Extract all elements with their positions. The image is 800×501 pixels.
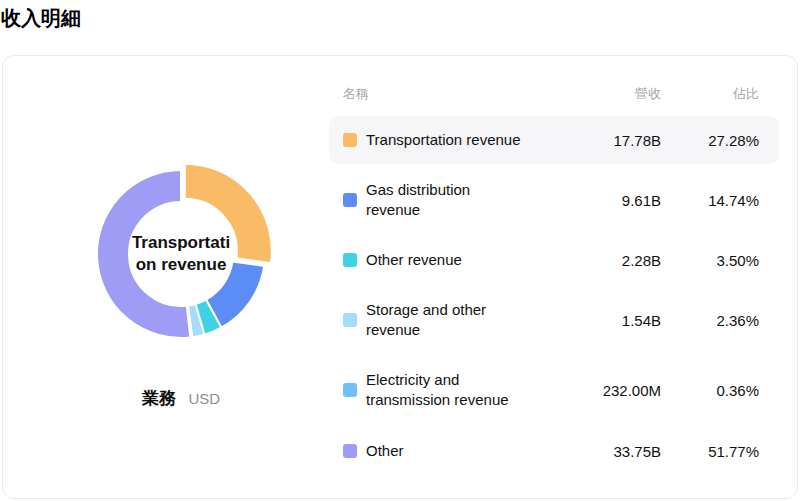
row-label: Gas distribution revenue <box>366 180 528 220</box>
table-header: 名稱 營收 佔比 <box>329 86 779 101</box>
row-share: 2.36% <box>661 312 759 329</box>
row-name: Other <box>343 441 561 461</box>
row-name: Gas distribution revenue <box>343 180 561 220</box>
page-title: 收入明細 <box>1 5 81 32</box>
legend-swatch <box>343 383 357 397</box>
revenue-breakdown-card: Transportation revenue 業務 USD 名稱 營收 佔比 T… <box>2 55 798 499</box>
row-name: Storage and other revenue <box>343 300 561 340</box>
donut-chart-svg[interactable] <box>86 159 276 349</box>
row-revenue: 1.54B <box>561 312 661 329</box>
row-share: 51.77% <box>661 443 759 460</box>
table-row-gas-distribution[interactable]: Gas distribution revenue 9.61B 14.74% <box>329 176 779 224</box>
table-row-storage[interactable]: Storage and other revenue 1.54B 2.36% <box>329 296 779 344</box>
table-row-transportation[interactable]: Transportation revenue 17.78B 27.28% <box>329 116 779 164</box>
chart-footer: 業務 USD <box>86 387 276 410</box>
chart-footer-unit: USD <box>188 390 220 407</box>
legend-swatch <box>343 193 357 207</box>
table-row-other[interactable]: Other 33.75B 51.77% <box>329 427 779 475</box>
row-label: Electricity and transmission revenue <box>366 370 528 410</box>
header-name: 名稱 <box>343 86 561 101</box>
table-row-electricity[interactable]: Electricity and transmission revenue 232… <box>329 366 779 414</box>
row-label: Other revenue <box>366 250 462 270</box>
row-name: Transportation revenue <box>343 130 561 150</box>
row-name: Electricity and transmission revenue <box>343 370 561 410</box>
row-revenue: 17.78B <box>561 132 661 149</box>
row-label: Storage and other revenue <box>366 300 528 340</box>
header-share: 佔比 <box>661 86 759 101</box>
row-label: Transportation revenue <box>366 130 521 150</box>
legend-swatch <box>343 253 357 267</box>
row-name: Other revenue <box>343 250 561 270</box>
chart-footer-label: 業務 <box>142 389 176 408</box>
donut-segment-0[interactable] <box>185 164 272 263</box>
row-share: 0.36% <box>661 382 759 399</box>
row-revenue: 2.28B <box>561 252 661 269</box>
row-share: 3.50% <box>661 252 759 269</box>
table-row-other-revenue[interactable]: Other revenue 2.28B 3.50% <box>329 236 779 284</box>
header-revenue: 營收 <box>561 86 661 101</box>
legend-swatch <box>343 313 357 327</box>
revenue-table: 名稱 營收 佔比 Transportation revenue 17.78B 2… <box>329 86 779 487</box>
donut-segment-5[interactable] <box>97 170 190 338</box>
legend-swatch <box>343 133 357 147</box>
donut-chart: Transportation revenue <box>86 159 276 349</box>
row-revenue: 33.75B <box>561 443 661 460</box>
row-revenue: 9.61B <box>561 192 661 209</box>
row-label: Other <box>366 441 404 461</box>
row-revenue: 232.00M <box>561 382 661 399</box>
row-share: 14.74% <box>661 192 759 209</box>
legend-swatch <box>343 444 357 458</box>
row-share: 27.28% <box>661 132 759 149</box>
